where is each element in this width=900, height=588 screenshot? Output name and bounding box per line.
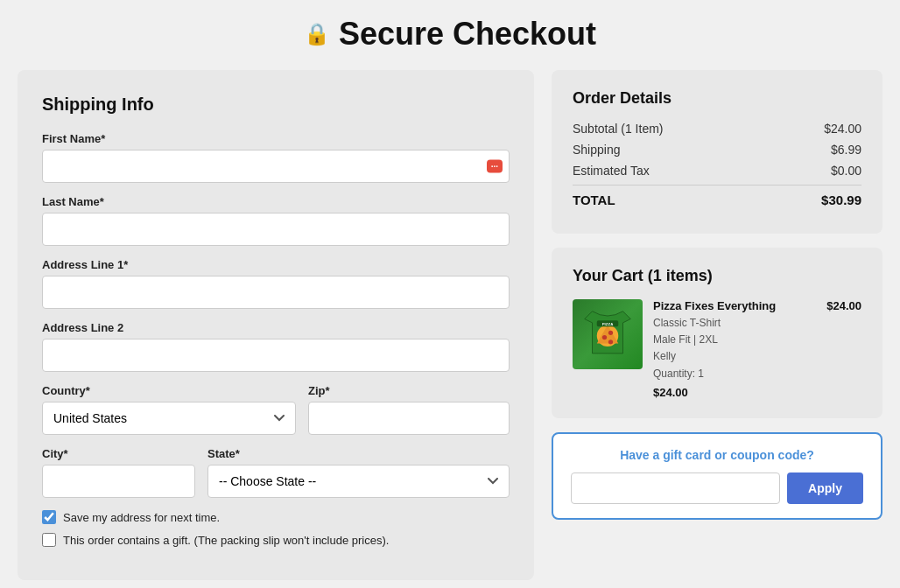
city-input[interactable]: [42, 465, 195, 498]
address2-group: Address Line 2: [42, 321, 510, 372]
coupon-box: Have a gift card or coupon code? Apply: [552, 432, 882, 520]
svg-point-1: [602, 335, 607, 340]
city-group: City*: [42, 447, 195, 498]
autofill-badge: ···: [487, 160, 503, 173]
address1-label: Address Line 1*: [42, 258, 510, 271]
first-name-input[interactable]: [42, 150, 510, 183]
first-name-label: First Name*: [42, 132, 510, 145]
cart-item-details: Pizza Fixes Everything $24.00 Classic T-…: [653, 299, 861, 399]
country-label: Country*: [42, 384, 296, 397]
right-panel: Order Details Subtotal (1 Item) $24.00 S…: [552, 70, 882, 580]
order-details-box: Order Details Subtotal (1 Item) $24.00 S…: [552, 70, 882, 234]
order-details-title: Order Details: [573, 89, 861, 108]
last-name-input[interactable]: [42, 213, 510, 246]
cart-box: Your Cart (1 items): [552, 248, 882, 418]
zip-input[interactable]: [308, 402, 510, 435]
coupon-input[interactable]: [571, 472, 780, 504]
city-state-row: City* State* -- Choose State --AlabamaAl…: [42, 447, 510, 510]
subtotal-label: Subtotal (1 Item): [573, 122, 664, 136]
address1-group: Address Line 1*: [42, 258, 510, 309]
last-name-label: Last Name*: [42, 195, 510, 208]
state-label: State*: [207, 447, 510, 460]
cart-title: Your Cart (1 items): [573, 267, 861, 285]
cart-item-price: $24.00: [826, 299, 861, 315]
cart-item-style: Classic T-Shirt: [653, 315, 861, 332]
tax-value: $0.00: [831, 164, 861, 178]
svg-point-2: [608, 331, 613, 335]
subtotal-value: $24.00: [824, 122, 861, 136]
shipping-value: $6.99: [831, 143, 861, 157]
cart-item-total: $24.00: [653, 386, 861, 399]
shipping-label: Shipping: [573, 143, 621, 157]
coupon-title: Have a gift card or coupon code?: [571, 448, 863, 462]
shipping-form-panel: Shipping Info First Name* ··· Last Name*…: [18, 70, 534, 580]
shipping-section-title: Shipping Info: [42, 94, 510, 115]
address2-input[interactable]: [42, 339, 510, 372]
cart-item-quantity: Quantity: 1: [653, 366, 861, 382]
lock-icon: 🔒: [304, 22, 330, 46]
page-header: 🔒 Secure Checkout: [0, 0, 900, 70]
first-name-group: First Name* ···: [42, 132, 510, 183]
svg-point-3: [608, 340, 613, 344]
page-title: Secure Checkout: [339, 16, 596, 52]
cart-item-color: Kelly: [653, 348, 861, 365]
gift-order-checkbox[interactable]: [42, 533, 56, 547]
country-group: Country* United States: [42, 384, 296, 435]
zip-group: Zip*: [308, 384, 510, 435]
total-value: $30.99: [821, 192, 861, 207]
country-zip-row: Country* United States Zip*: [42, 384, 510, 447]
svg-text:PIZZA: PIZZA: [602, 322, 614, 326]
state-group: State* -- Choose State --AlabamaAlaskaAr…: [207, 447, 510, 498]
cart-item: PIZZA Pizza Fixes Everything $24.00 Clas…: [573, 299, 861, 399]
cart-item-image: PIZZA: [573, 299, 643, 369]
save-address-group: Save my address for next time.: [42, 510, 510, 524]
order-subtotal-row: Subtotal (1 Item) $24.00: [573, 122, 861, 136]
last-name-group: Last Name*: [42, 195, 510, 246]
state-select[interactable]: -- Choose State --AlabamaAlaskaArizonaAr…: [207, 465, 510, 498]
main-content: Shipping Info First Name* ··· Last Name*…: [0, 70, 900, 588]
order-tax-row: Estimated Tax $0.00: [573, 164, 861, 178]
country-select[interactable]: United States: [42, 402, 296, 435]
save-address-label: Save my address for next time.: [63, 511, 220, 524]
apply-button[interactable]: Apply: [787, 472, 863, 504]
first-name-input-wrapper: ···: [42, 150, 510, 183]
gift-order-label: This order contains a gift. (The packing…: [63, 534, 389, 547]
cart-item-name: Pizza Fixes Everything: [653, 299, 776, 312]
order-shipping-row: Shipping $6.99: [573, 143, 861, 157]
address2-label: Address Line 2: [42, 321, 510, 334]
address1-input[interactable]: [42, 276, 510, 309]
cart-item-fit: Male Fit | 2XL: [653, 332, 861, 348]
gift-order-group: This order contains a gift. (The packing…: [42, 533, 510, 547]
coupon-row: Apply: [571, 472, 863, 504]
city-label: City*: [42, 447, 195, 460]
total-label: TOTAL: [573, 192, 615, 207]
order-total-row: TOTAL $30.99: [573, 185, 861, 207]
tax-label: Estimated Tax: [573, 164, 650, 178]
zip-label: Zip*: [308, 384, 510, 397]
save-address-checkbox[interactable]: [42, 510, 56, 524]
